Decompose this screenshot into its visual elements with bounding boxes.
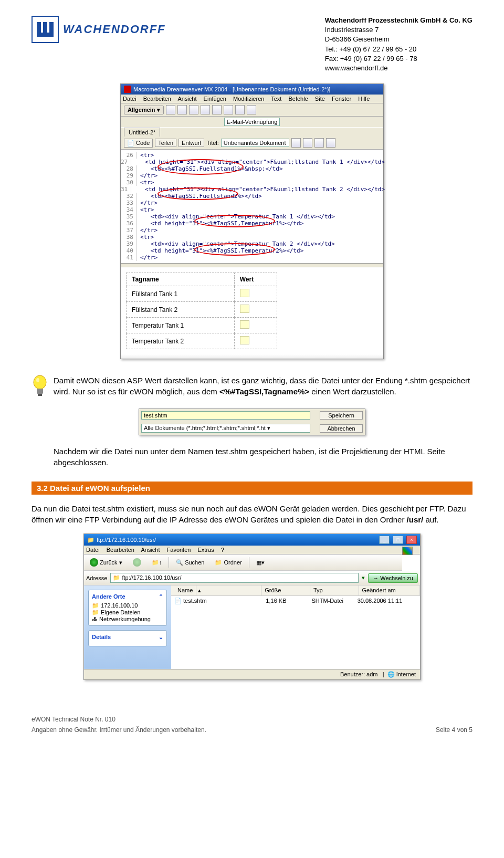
design-view-button[interactable]: Entwurf bbox=[178, 139, 204, 147]
col-size[interactable]: Größe bbox=[261, 585, 310, 595]
footer-docref: eWON Technical Note Nr. 010 bbox=[32, 716, 206, 723]
collapse-icon[interactable]: ⌃ bbox=[159, 593, 163, 600]
category-dropdown[interactable]: Allgemein ▾ bbox=[124, 106, 164, 114]
menu-item[interactable]: Datei bbox=[123, 96, 136, 102]
web: www.wachendorff.de bbox=[325, 64, 472, 73]
views-button[interactable]: ▦▾ bbox=[253, 558, 268, 568]
section-heading: 3.2 Datei auf eWON aufspielen bbox=[32, 482, 472, 495]
paragraph: Da nun die Datei test.shtm existiert, mu… bbox=[32, 503, 472, 525]
tel: Tel.: +49 (0) 67 22 / 99 65 - 20 bbox=[325, 45, 472, 54]
footer-disclaimer: Angaben ohne Gewähr. Irrtümer und Änderu… bbox=[32, 726, 206, 734]
code-line: </tr> bbox=[137, 200, 158, 206]
tool-icon[interactable] bbox=[303, 138, 312, 148]
company-address: Wachendorff Prozesstechnik GmbH & Co. KG… bbox=[325, 16, 472, 73]
insert-toolbar: Allgemein ▾ bbox=[121, 103, 383, 117]
back-button[interactable]: Zurück ▾ bbox=[86, 557, 126, 568]
code-line: <tr> bbox=[137, 152, 154, 159]
save-button[interactable]: Speichern bbox=[320, 411, 363, 420]
menu-item[interactable]: ? bbox=[221, 547, 224, 553]
page-header: WACHENDORFF Wachendorff Prozesstechnik G… bbox=[32, 16, 472, 73]
sidebar-link[interactable]: 📁 Eigene Dateien bbox=[92, 609, 163, 616]
menu-item[interactable]: Fenster bbox=[332, 96, 351, 102]
tip-block: Damit eWON diesen ASP Wert darstellen ka… bbox=[32, 375, 472, 398]
minimize-button[interactable]: _ bbox=[379, 536, 390, 544]
tool-icon[interactable] bbox=[235, 105, 245, 114]
row-label: Temperatur Tank 2 bbox=[127, 333, 235, 349]
go-button[interactable]: → Wechseln zu bbox=[368, 573, 418, 583]
window-titlebar: Macromedia Dreamweaver MX 2004 - [Unbena… bbox=[121, 84, 383, 95]
code-line: <tr> bbox=[137, 234, 154, 240]
page-footer: eWON Technical Note Nr. 010 Angaben ohne… bbox=[32, 711, 472, 734]
menu-item[interactable]: Favoriten bbox=[167, 547, 191, 553]
folders-button[interactable]: 📁 Ordner bbox=[211, 558, 245, 568]
svg-point-0 bbox=[34, 375, 46, 389]
code-pane: 26<tr> 27 <td height="31"><div align="ce… bbox=[121, 150, 383, 263]
document-tab[interactable]: Untitled-2* bbox=[124, 128, 160, 137]
tool-icon[interactable] bbox=[177, 105, 187, 114]
menu-item[interactable]: Ansicht bbox=[177, 96, 196, 102]
split-view-button[interactable]: Teilen bbox=[155, 139, 176, 147]
value-placeholder bbox=[240, 336, 249, 344]
menubar: Datei Bearbeiten Ansicht Favoriten Extra… bbox=[84, 546, 420, 554]
tool-icon[interactable] bbox=[166, 105, 175, 114]
other-places-panel: Andere Orte⌃ 📁 172.16.100.10 📁 Eigene Da… bbox=[88, 590, 167, 626]
menu-item[interactable]: Site bbox=[315, 96, 325, 102]
tool-icon[interactable] bbox=[201, 105, 210, 114]
menu-item[interactable]: Datei bbox=[86, 547, 100, 553]
col-name[interactable]: Name ▴ bbox=[171, 585, 261, 595]
menu-item[interactable]: Bearbeiten bbox=[107, 547, 134, 553]
tooltip-email-link: E-Mail-Verknüpfung bbox=[224, 118, 280, 126]
value-placeholder bbox=[240, 305, 249, 313]
tip-text: Damit eWON diesen ASP Wert darstellen ka… bbox=[54, 375, 472, 398]
filename-input[interactable]: test.shtm bbox=[141, 411, 310, 420]
menu-item[interactable]: Extras bbox=[197, 547, 214, 553]
logo: WACHENDORFF bbox=[32, 16, 166, 43]
app-icon bbox=[124, 86, 131, 93]
tool-icon[interactable] bbox=[189, 105, 198, 114]
page-number: Seite 4 von 5 bbox=[436, 726, 472, 734]
tool-icon[interactable] bbox=[212, 105, 222, 114]
tool-icon[interactable] bbox=[247, 105, 256, 114]
code-line: <td height="31"><div align="center">F&uu… bbox=[131, 159, 385, 165]
forward-button[interactable] bbox=[129, 557, 145, 568]
expand-icon[interactable]: ⌄ bbox=[159, 634, 163, 641]
menu-item[interactable]: Befehle bbox=[288, 96, 308, 102]
col-date[interactable]: Geändert am bbox=[359, 585, 421, 595]
sidebar-link[interactable]: 📁 172.16.100.10 bbox=[92, 602, 163, 609]
code-line: <tr> bbox=[137, 179, 154, 186]
code-view-button[interactable]: 📄 Code bbox=[124, 139, 153, 148]
col-wert: Wert bbox=[234, 273, 277, 286]
menu-item[interactable]: Hilfe bbox=[358, 96, 370, 102]
row-label: Temperatur Tank 1 bbox=[127, 318, 235, 333]
title-input[interactable]: Unbenanntes Dokument bbox=[221, 139, 289, 147]
menu-item[interactable]: Ansicht bbox=[141, 547, 160, 553]
menu-item[interactable]: Einfügen bbox=[204, 96, 226, 102]
close-button[interactable]: × bbox=[406, 536, 417, 544]
menu-item[interactable]: Modifizieren bbox=[233, 96, 264, 102]
tool-icon[interactable] bbox=[326, 138, 335, 148]
tool-icon[interactable] bbox=[224, 105, 233, 114]
menu-item[interactable]: Bearbeiten bbox=[143, 96, 171, 102]
window-title: Macromedia Dreamweaver MX 2004 - [Unbena… bbox=[133, 86, 330, 92]
document-toolbar: 📄 Code Teilen Entwurf Titel: Unbenanntes… bbox=[121, 137, 383, 150]
search-button[interactable]: 🔍 Suchen bbox=[172, 558, 208, 568]
up-button[interactable]: 📁↑ bbox=[148, 558, 166, 568]
sidebar-link[interactable]: 🖧 Netzwerkumgebung bbox=[92, 616, 163, 622]
cancel-button[interactable]: Abbrechen bbox=[320, 424, 363, 433]
tool-icon[interactable] bbox=[314, 138, 324, 148]
address-input[interactable]: 📁 ftp://172.16.100.10/usr/ bbox=[110, 573, 359, 583]
file-row[interactable]: 📄 test.shtm 1,16 KB SHTM-Datei 30.08.200… bbox=[171, 596, 420, 606]
menubar: Datei Bearbeiten Ansicht Einfügen Modifi… bbox=[121, 95, 383, 103]
tool-icon[interactable] bbox=[291, 138, 301, 148]
col-type[interactable]: Typ bbox=[310, 585, 359, 595]
tasks-sidebar: Andere Orte⌃ 📁 172.16.100.10 📁 Eigene Da… bbox=[84, 585, 171, 669]
lightbulb-icon bbox=[32, 375, 48, 398]
ftp-explorer-screenshot: 📁 ftp://172.16.100.10/usr/ _ □ × Datei B… bbox=[83, 533, 421, 680]
filetype-dropdown[interactable]: Alle Dokumente (*.htm;*.html;*.shtm;*.sh… bbox=[141, 424, 310, 433]
panel-title: Andere Orte bbox=[92, 593, 125, 600]
value-placeholder bbox=[240, 289, 249, 297]
toolbar: Zurück ▾ 📁↑ 🔍 Suchen 📁 Ordner ▦▾ bbox=[84, 554, 402, 571]
maximize-button[interactable]: □ bbox=[393, 536, 403, 544]
status-zone: Internet bbox=[396, 671, 416, 677]
menu-item[interactable]: Text bbox=[271, 96, 281, 102]
